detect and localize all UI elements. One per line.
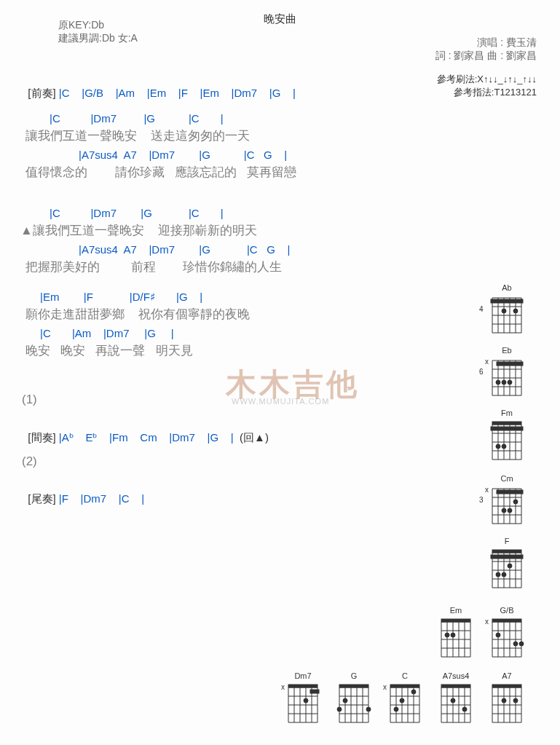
credits-line: 詞 : 劉家昌 曲 : 劉家昌 — [435, 50, 537, 63]
svg-rect-55 — [497, 490, 523, 494]
svg-rect-133 — [390, 685, 419, 687]
svg-point-161 — [462, 707, 467, 712]
svg-point-88 — [451, 633, 455, 637]
v1-chords-1: |C |Dm7 |G |C | — [50, 113, 224, 124]
svg-point-145 — [411, 690, 416, 694]
repeat-2: (2) — [22, 455, 37, 468]
v3-chords-2: |C |Am |Dm7 |G | — [40, 328, 174, 339]
svg-point-72 — [508, 564, 512, 568]
svg-rect-89 — [492, 619, 521, 622]
svg-point-73 — [496, 572, 500, 577]
v1-chords-2: |A7sus4 A7 |Dm7 |G |C G | — [79, 149, 287, 160]
watermark-url: WWW.MUMUJITA.COM — [232, 397, 329, 406]
svg-point-57 — [502, 508, 506, 513]
svg-point-102 — [519, 642, 524, 646]
svg-point-42 — [496, 444, 500, 449]
chord-diagram-A7sus4: A7sus4 — [435, 671, 476, 727]
chord-diagram-Eb: Eb x 6 — [486, 346, 527, 398]
v1-lyric-2: 值得懷念的 請你珍藏 應該忘記的 莫再留戀 — [25, 166, 296, 178]
svg-point-43 — [502, 444, 506, 449]
outro-line: [尾奏] |F |Dm7 |C | — [22, 482, 144, 504]
interlude-chords: |Aᵇ Eᵇ |Fm Cm |Dm7 |G | — [59, 431, 234, 444]
chord-diagram-Em: Em — [435, 606, 476, 661]
chord-diagram-G: G — [334, 671, 374, 727]
svg-rect-71 — [491, 555, 523, 559]
chord-diagram-F: F — [486, 537, 527, 592]
goback-label: (回▲) — [240, 431, 269, 444]
chord-diagram-C: C x — [384, 671, 425, 727]
repeat-1: (1) — [22, 393, 37, 406]
v3-lyric-1: 願你走進甜甜夢鄉 祝你有個寧靜的夜晚 — [25, 308, 250, 320]
chord-diagram-Dm7: Dm7 x — [283, 671, 323, 727]
chord-diagram-GB: G/B x — [486, 606, 527, 661]
v1-lyric-1: 讓我們互道一聲晚安 送走這匆匆的一天 — [25, 130, 250, 142]
svg-point-26 — [508, 380, 512, 385]
svg-point-130 — [343, 698, 347, 703]
svg-rect-29 — [492, 422, 521, 425]
v2-lyric-1: ▲讓我們互道一聲晚安 迎接那嶄新的明天 — [20, 224, 257, 237]
intro-label: [前奏] — [28, 87, 55, 99]
v2-lyric-2: 把握那美好的 前程 珍惜你錦繡的人生 — [25, 261, 282, 273]
chord-diagram-Cm: Cm x 3 — [486, 474, 527, 527]
intro-chords: |C |G/B |Am |Em |F |Em |Dm7 |G | — [59, 87, 296, 99]
v2-chords-2: |A7sus4 A7 |Dm7 |G |C G | — [79, 244, 290, 255]
svg-point-101 — [496, 633, 500, 637]
chord-diagram-Fm: Fm — [486, 409, 527, 464]
outro-chords: |F |Dm7 |C | — [59, 492, 144, 505]
svg-point-28 — [496, 380, 500, 385]
v3-chords-1: |Em |F |D/F♯ |G | — [40, 291, 202, 302]
interlude-line: [間奏] |Aᵇ Eᵇ |Fm Cm |Dm7 |G | (回▲) — [22, 421, 269, 443]
v3-lyric-2: 晚安 晚安 再說一聲 明天見 — [25, 344, 193, 357]
song-title: 晚安曲 — [0, 13, 560, 24]
outro-label: [尾奏] — [28, 492, 55, 505]
svg-point-27 — [502, 380, 506, 385]
svg-point-175 — [513, 698, 518, 703]
finger-ref: 參考指法:T1213121 — [454, 86, 537, 99]
chord-diagram-A7: A7 — [486, 671, 527, 727]
chord-diagram-Ab: Ab 4 — [486, 283, 527, 336]
interlude-label: [間奏] — [28, 431, 55, 444]
svg-point-174 — [502, 698, 506, 703]
svg-point-146 — [400, 698, 404, 703]
svg-point-117 — [304, 698, 308, 703]
svg-rect-116 — [310, 690, 319, 693]
svg-point-160 — [451, 698, 455, 703]
svg-point-56 — [513, 500, 518, 504]
singer-line: 演唱 : 費玉清 — [477, 36, 537, 50]
svg-point-74 — [502, 572, 506, 577]
svg-point-147 — [394, 707, 398, 712]
intro-line: [前奏] |C |G/B |Am |Em |F |Em |Dm7 |G | — [22, 76, 296, 98]
suggest-key: 建議男調:Db 女:A — [58, 32, 138, 45]
svg-rect-25 — [497, 362, 523, 366]
svg-rect-104 — [288, 685, 318, 687]
svg-point-131 — [337, 707, 342, 712]
svg-rect-75 — [441, 619, 470, 622]
svg-point-58 — [508, 508, 512, 513]
svg-point-12 — [502, 309, 506, 313]
svg-rect-162 — [492, 685, 521, 687]
svg-rect-41 — [491, 427, 523, 430]
svg-rect-59 — [492, 550, 521, 553]
svg-rect-118 — [339, 685, 368, 687]
svg-rect-11 — [491, 299, 523, 303]
strum-ref: 參考刷法:X↑↓↓_↓↑↓_↑↓↓ — [437, 73, 537, 86]
svg-point-13 — [513, 309, 518, 313]
svg-point-87 — [445, 633, 449, 637]
svg-point-103 — [513, 642, 518, 646]
svg-point-132 — [366, 707, 371, 712]
v2-chords-1: |C |Dm7 |G |C | — [50, 208, 224, 218]
svg-rect-148 — [441, 685, 470, 687]
